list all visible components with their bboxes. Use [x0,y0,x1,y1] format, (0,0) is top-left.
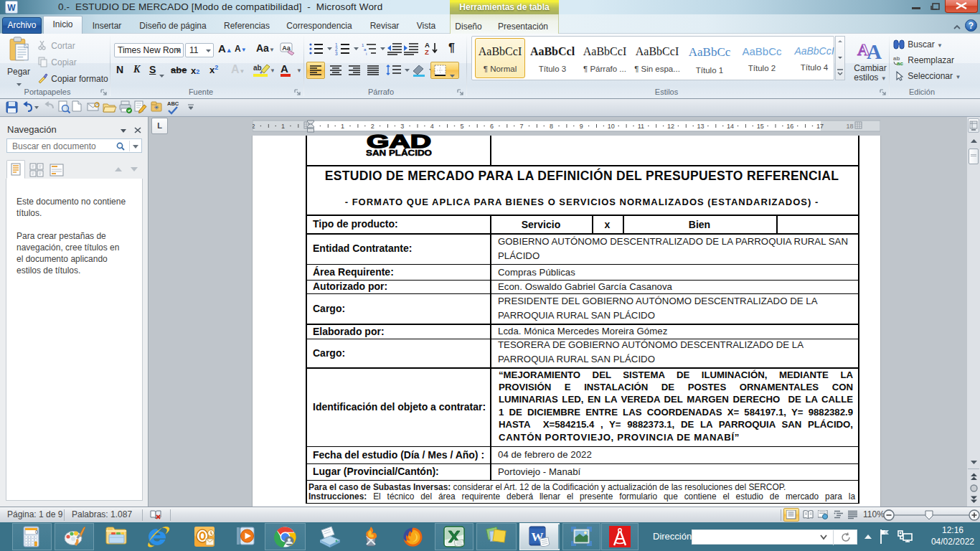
svg-text:16: 16 [786,123,793,130]
svg-text:ABC: ABC [167,100,179,107]
svg-text:3: 3 [400,123,404,130]
svg-text:1: 1 [281,123,285,130]
svg-text:3: 3 [335,51,338,55]
svg-text:GAD: GAD [367,133,431,149]
svg-text:4: 4 [430,123,434,130]
svg-text:15: 15 [757,123,764,130]
svg-text:W: W [7,3,16,13]
svg-text:Z: Z [425,48,429,55]
svg-text:8: 8 [550,123,553,130]
svg-text:17: 17 [816,123,824,130]
svg-text:18: 18 [847,123,854,130]
svg-text:▼: ▼ [270,67,274,74]
svg-text:5: 5 [460,123,463,130]
svg-text:ab: ab [253,64,262,72]
svg-text:2: 2 [253,123,255,130]
svg-text:SAN PLÁCIDO: SAN PLÁCIDO [366,149,432,157]
svg-text:i: i [366,52,367,55]
svg-text:11: 11 [638,123,644,130]
svg-text:A: A [867,40,882,60]
svg-text:2: 2 [371,123,374,130]
svg-text:12: 12 [667,123,674,130]
svg-text:ac: ac [897,60,903,65]
svg-text:7: 7 [520,123,524,130]
svg-text:A: A [281,62,288,75]
svg-text:✳: ✳ [154,104,159,111]
svg-text:▼: ▼ [296,67,301,74]
svg-text:14: 14 [727,123,734,130]
svg-text:6: 6 [490,123,494,130]
svg-text:13: 13 [697,123,704,130]
svg-text:0: 0 [35,529,38,534]
svg-text:9: 9 [580,123,583,130]
svg-text:10: 10 [608,123,615,130]
svg-text:1: 1 [341,123,344,130]
